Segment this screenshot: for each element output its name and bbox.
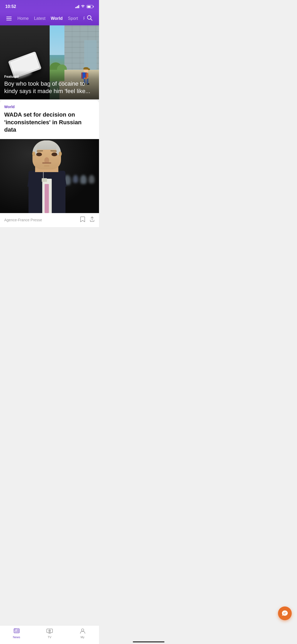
article-image[interactable] xyxy=(0,139,99,213)
article-card-section: World WADA set for decision on 'inconsis… xyxy=(0,100,99,227)
article-footer: Agence-France Presse xyxy=(0,213,99,227)
article-category: World xyxy=(4,105,95,109)
share-button[interactable] xyxy=(89,216,95,224)
tab-latest[interactable]: Latest xyxy=(31,15,48,22)
tab-home[interactable]: Home xyxy=(15,15,31,22)
article-source: Agence-France Presse xyxy=(4,218,42,222)
article-actions xyxy=(80,216,95,224)
tab-sport[interactable]: Sport xyxy=(65,15,81,22)
wifi-icon xyxy=(81,4,85,9)
search-button[interactable] xyxy=(85,13,95,24)
article-title: WADA set for decision on 'inconsistencie… xyxy=(4,111,95,134)
signal-icon xyxy=(75,5,79,8)
status-time: 10:52 xyxy=(5,4,16,9)
article-card[interactable]: World WADA set for decision on 'inconsis… xyxy=(0,100,99,139)
bookmark-button[interactable] xyxy=(80,216,85,224)
hamburger-menu-button[interactable] xyxy=(4,15,14,22)
battery-icon xyxy=(87,5,94,8)
featured-title: Boy who took bag of cocaine to kindy say… xyxy=(4,80,95,95)
nav-tabs: Home Latest World Sport Fi... xyxy=(15,15,85,22)
nav-bar: Home Latest World Sport Fi... xyxy=(0,12,99,25)
status-icons xyxy=(75,4,94,9)
svg-line-1 xyxy=(91,19,92,20)
tab-world[interactable]: World xyxy=(48,15,65,22)
tab-finance[interactable]: Fi... xyxy=(81,15,85,22)
status-bar: 10:52 xyxy=(0,0,99,12)
article-man-figure xyxy=(0,139,99,213)
featured-section[interactable]: Featured Boy who took bag of cocaine to … xyxy=(0,25,99,99)
